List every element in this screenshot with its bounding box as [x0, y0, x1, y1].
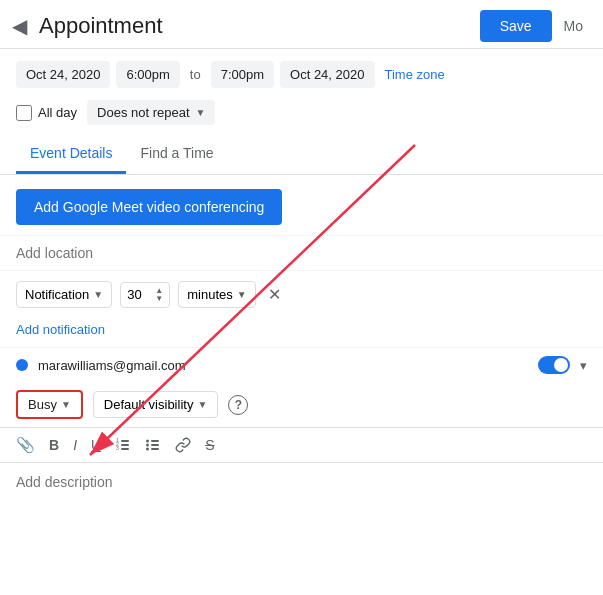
- svg-rect-1: [121, 444, 129, 446]
- spinner-down-button[interactable]: ▼: [155, 295, 163, 303]
- notification-value-field[interactable]: 30 ▲ ▼: [120, 282, 170, 308]
- visibility-label: Default visibility: [104, 397, 194, 412]
- repeat-select[interactable]: Does not repeat ▼: [87, 100, 215, 125]
- calendar-dropdown-chevron-icon: ▾: [580, 358, 587, 373]
- end-date-chip[interactable]: Oct 24, 2020: [280, 61, 374, 88]
- notification-type-label: Notification: [25, 287, 89, 302]
- allday-checkbox[interactable]: [16, 105, 32, 121]
- link-icon[interactable]: [175, 437, 191, 453]
- notification-unit-chevron-icon: ▼: [237, 289, 247, 300]
- add-meet-button[interactable]: Add Google Meet video conferencing: [16, 189, 282, 225]
- back-button[interactable]: ◀: [8, 10, 31, 42]
- description-row: [0, 463, 603, 501]
- strikethrough-icon[interactable]: S: [205, 437, 214, 453]
- end-time-chip[interactable]: 7:00pm: [211, 61, 274, 88]
- underline-icon[interactable]: U: [91, 437, 101, 453]
- start-time-chip[interactable]: 6:00pm: [116, 61, 179, 88]
- svg-rect-7: [151, 444, 159, 446]
- notification-value: 30: [127, 287, 141, 302]
- header: ◀ Appointment Save Mo: [0, 0, 603, 49]
- svg-point-9: [146, 440, 149, 443]
- allday-label: All day: [38, 105, 77, 120]
- attachment-icon[interactable]: 📎: [16, 436, 35, 454]
- number-spinners: ▲ ▼: [155, 287, 163, 303]
- status-row: Busy ▼ Default visibility ▼ ?: [0, 382, 603, 427]
- more-button[interactable]: Mo: [560, 10, 587, 42]
- calendar-toggle[interactable]: [538, 356, 570, 374]
- tabs-bar: Event Details Find a Time: [0, 135, 603, 175]
- bold-icon[interactable]: B: [49, 437, 59, 453]
- repeat-label: Does not repeat: [97, 105, 190, 120]
- visibility-chevron-icon: ▼: [197, 399, 207, 410]
- timezone-label[interactable]: Time zone: [385, 67, 445, 82]
- svg-point-11: [146, 448, 149, 451]
- notification-row: Notification ▼ 30 ▲ ▼ minutes ▼ ✕: [0, 271, 603, 318]
- text-toolbar: 📎 B I U 1 2 3: [0, 427, 603, 463]
- page-title: Appointment: [39, 13, 480, 39]
- visibility-select[interactable]: Default visibility ▼: [93, 391, 219, 418]
- svg-point-10: [146, 444, 149, 447]
- calendar-row: marawilliams@gmail.com ▾: [0, 347, 603, 382]
- busy-chevron-icon: ▼: [61, 399, 71, 410]
- tab-find-a-time[interactable]: Find a Time: [126, 135, 227, 174]
- notification-unit-select[interactable]: minutes ▼: [178, 281, 255, 308]
- busy-select[interactable]: Busy ▼: [16, 390, 83, 419]
- svg-text:3: 3: [116, 445, 119, 451]
- unordered-list-icon[interactable]: [145, 437, 161, 453]
- svg-rect-0: [121, 440, 129, 442]
- notification-remove-icon[interactable]: ✕: [268, 285, 281, 304]
- description-input[interactable]: [16, 474, 587, 490]
- start-date-chip[interactable]: Oct 24, 2020: [16, 61, 110, 88]
- location-row: [0, 235, 603, 271]
- help-icon[interactable]: ?: [228, 395, 248, 415]
- repeat-chevron-icon: ▼: [196, 107, 206, 118]
- svg-rect-6: [151, 440, 159, 442]
- ordered-list-icon[interactable]: 1 2 3: [115, 437, 131, 453]
- busy-label: Busy: [28, 397, 57, 412]
- calendar-email: marawilliams@gmail.com: [38, 358, 528, 373]
- calendar-dropdown[interactable]: ▾: [580, 358, 587, 373]
- allday-wrapper: All day: [16, 105, 77, 121]
- svg-rect-8: [151, 448, 159, 450]
- add-notification-link[interactable]: Add notification: [0, 318, 603, 347]
- content-area: Add Google Meet video conferencing Notif…: [0, 175, 603, 501]
- options-row: All day Does not repeat ▼: [0, 96, 603, 135]
- italic-icon[interactable]: I: [73, 437, 77, 453]
- datetime-row: Oct 24, 2020 6:00pm to 7:00pm Oct 24, 20…: [0, 49, 603, 96]
- to-label: to: [186, 67, 205, 82]
- meet-button-row: Add Google Meet video conferencing: [0, 175, 603, 235]
- location-input[interactable]: [16, 245, 587, 261]
- calendar-color-icon: [16, 359, 28, 371]
- notification-type-chevron-icon: ▼: [93, 289, 103, 300]
- tab-event-details[interactable]: Event Details: [16, 135, 126, 174]
- notification-unit-label: minutes: [187, 287, 233, 302]
- save-button[interactable]: Save: [480, 10, 552, 42]
- notification-type-select[interactable]: Notification ▼: [16, 281, 112, 308]
- svg-rect-2: [121, 448, 129, 450]
